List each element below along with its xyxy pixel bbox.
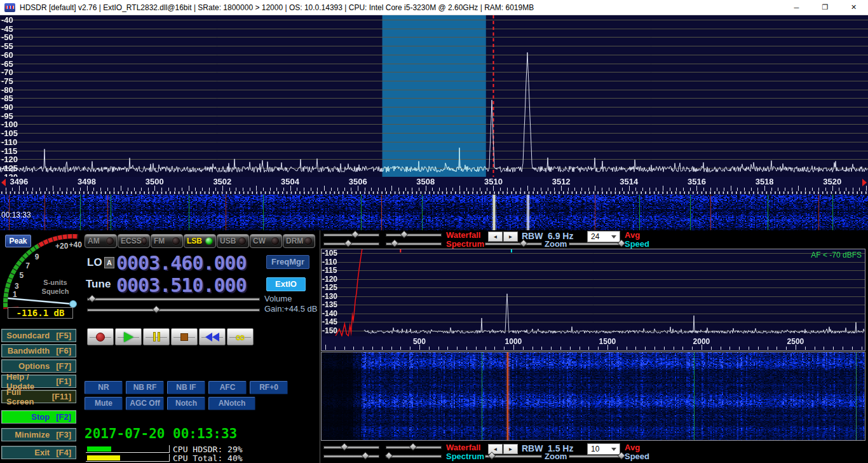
tune-frequency-display[interactable]: 0003.510.000: [116, 274, 247, 296]
band-select-button[interactable]: A: [104, 257, 114, 268]
rewind-button[interactable]: [199, 328, 226, 345]
mode-button-am[interactable]: AM: [85, 234, 117, 248]
notch-button[interactable]: Notch: [167, 397, 205, 410]
s-units-label: S-units: [33, 279, 78, 286]
spectrum-label: Spectrum: [446, 239, 484, 249]
slider-thumb[interactable]: [487, 452, 496, 460]
rf-waterfall-upper-slider[interactable]: [323, 231, 379, 238]
cpu-total-bar: [86, 454, 170, 462]
stop-playback-button[interactable]: [171, 328, 198, 345]
slider-thumb[interactable]: [385, 452, 393, 460]
s-meter[interactable]: 13579+20+40 Peak S-units Squelch -116.1 …: [0, 230, 86, 322]
stop-icon: [180, 333, 188, 341]
nb-if-button[interactable]: NB IF: [167, 381, 205, 394]
volume-slider[interactable]: [87, 295, 260, 303]
play-button[interactable]: [115, 328, 142, 345]
rf-speed-slider[interactable]: [569, 240, 623, 247]
extio-button[interactable]: ExtIO: [266, 277, 306, 291]
af-spectrum-canvas[interactable]: [322, 249, 865, 336]
mode-button-row: AM ECSS FM LSB USB CW DRM: [85, 234, 315, 248]
peak-button[interactable]: Peak: [5, 235, 31, 247]
close-button[interactable]: ✕: [839, 0, 868, 15]
slider-thumb[interactable]: [391, 239, 399, 247]
freqmgr-button[interactable]: FreqMgr: [266, 255, 309, 269]
afc-button[interactable]: AFC: [208, 381, 247, 394]
nr-button[interactable]: NR: [85, 381, 123, 394]
af-speed-slider[interactable]: [569, 452, 623, 460]
slider-thumb[interactable]: [409, 443, 417, 451]
rf-spectrum-and-waterfall[interactable]: [0, 15, 868, 230]
slider-thumb[interactable]: [340, 443, 348, 451]
nb-rf-button[interactable]: NB RF: [126, 381, 164, 394]
mode-button-usb[interactable]: USB: [217, 234, 249, 248]
options-button[interactable]: Options[F7]: [1, 359, 76, 373]
af-spectrum-upper-slider[interactable]: [323, 452, 379, 460]
bandwidth-button[interactable]: Bandwidth[F6]: [1, 344, 76, 357]
rf-spectrum-lower-slider[interactable]: [386, 240, 442, 247]
soundcard-button[interactable]: Soundcard[F5]: [1, 329, 76, 342]
speed-label: Speed: [625, 239, 649, 249]
af-waterfall-upper-slider[interactable]: [323, 443, 379, 451]
slider-track[interactable]: [87, 298, 260, 301]
slider-track[interactable]: [87, 308, 260, 312]
lo-frequency-display[interactable]: 0003.460.000: [116, 252, 247, 274]
rf-offset-button[interactable]: RF+0: [250, 381, 288, 394]
slider-thumb[interactable]: [362, 452, 370, 460]
rf-spectrum-upper-slider[interactable]: [323, 240, 379, 247]
slider-track[interactable]: [323, 446, 379, 449]
svg-text:9: 9: [35, 252, 39, 261]
slider-track[interactable]: [386, 455, 442, 458]
window-title: HDSDR [default] v2.76 | ExtIO_RTL2832.dl…: [20, 3, 534, 12]
slider-thumb[interactable]: [520, 239, 528, 247]
mode-button-ecss[interactable]: ECSS: [118, 234, 150, 248]
anotch-button[interactable]: ANotch: [208, 397, 255, 410]
slider-track[interactable]: [386, 233, 442, 237]
slider-thumb[interactable]: [152, 305, 160, 314]
slider-thumb[interactable]: [344, 239, 352, 247]
af-zoom-slider[interactable]: [485, 452, 542, 460]
slider-thumb[interactable]: [88, 294, 97, 303]
slider-track[interactable]: [323, 455, 379, 458]
lo-label: LO: [87, 256, 102, 269]
mode-button-drm[interactable]: DRM: [283, 234, 315, 248]
rf-waterfall-lower-slider[interactable]: [386, 231, 442, 238]
af-level-annotation: AF < -70 dBFS: [811, 251, 862, 259]
slider-track[interactable]: [569, 242, 623, 245]
mode-button-fm[interactable]: FM: [151, 234, 183, 248]
gain-slider[interactable]: [87, 306, 260, 314]
svg-text:+40: +40: [69, 240, 83, 249]
loop-button[interactable]: ∞: [227, 328, 254, 345]
slider-thumb[interactable]: [351, 230, 360, 238]
stop-start-button[interactable]: Stop[F2]: [1, 410, 76, 424]
agc-button[interactable]: AGC Off: [126, 397, 164, 410]
minimize-button[interactable]: ─: [782, 0, 811, 15]
slider-thumb[interactable]: [400, 230, 409, 238]
minimize-app-button[interactable]: Minimize[F3]: [1, 428, 76, 441]
mode-button-cw[interactable]: CW: [250, 234, 282, 248]
maximize-button[interactable]: ❐: [811, 0, 839, 15]
af-waterfall-canvas[interactable]: [322, 352, 865, 440]
slider-track[interactable]: [569, 455, 623, 458]
exit-button[interactable]: Exit[F4]: [1, 446, 76, 459]
help-update-button[interactable]: Help / Update[F1]: [1, 375, 76, 388]
pause-button[interactable]: [143, 328, 170, 345]
record-button[interactable]: [87, 328, 114, 345]
cpu-hdsdr-bar: [86, 445, 170, 453]
af-spectrum-panel: AF < -70 dBFS: [321, 249, 865, 351]
avg-label: Avg: [625, 230, 640, 240]
full-screen-button[interactable]: Full Screen[F11]: [1, 390, 76, 403]
transport-row: ∞: [87, 328, 254, 345]
waterfall-label: Waterfall: [446, 230, 480, 240]
record-icon: [96, 333, 105, 342]
mute-button[interactable]: Mute: [85, 397, 123, 410]
led-icon: [106, 237, 114, 245]
af-spectrum-lower-slider[interactable]: [386, 452, 442, 460]
mode-button-lsb[interactable]: LSB: [184, 234, 216, 248]
slider-track[interactable]: [485, 242, 542, 245]
speed-label: Speed: [625, 452, 649, 461]
rf-zoom-slider[interactable]: [485, 240, 542, 247]
svg-text:+20: +20: [55, 242, 69, 251]
af-frequency-ruler[interactable]: [322, 336, 865, 350]
led-icon: [238, 237, 246, 245]
af-waterfall-lower-slider[interactable]: [386, 443, 442, 451]
